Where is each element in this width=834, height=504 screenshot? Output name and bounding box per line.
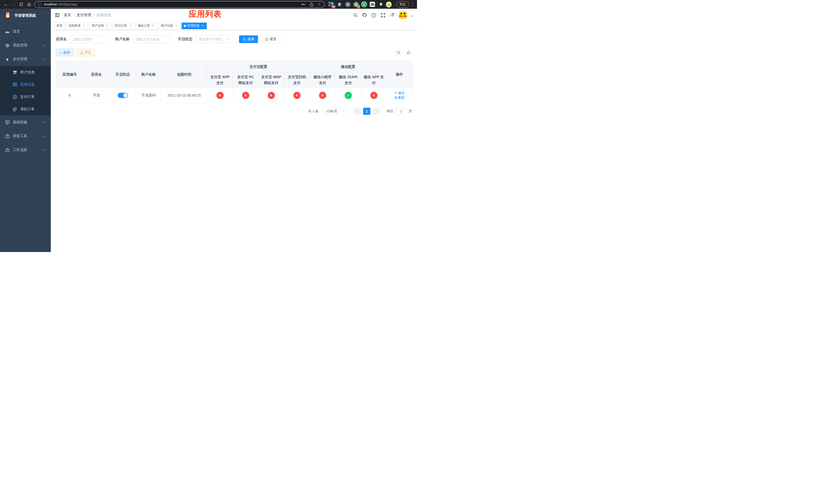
browser-forward-icon[interactable]: → xyxy=(10,1,17,8)
search-button[interactable]: 搜索 xyxy=(239,36,258,43)
edit-pencil-icon: ✎ xyxy=(394,91,397,95)
extension-tabs-icon[interactable]: 10 xyxy=(329,2,334,7)
search-icon xyxy=(243,38,246,41)
tag-merchant-info[interactable]: 商户信息× xyxy=(158,23,180,29)
close-icon[interactable]: × xyxy=(128,24,132,28)
sidebar-item-label: 系统管理 xyxy=(13,43,27,48)
browser-reload-icon[interactable] xyxy=(18,1,25,8)
yen-circle-icon: ¥ xyxy=(13,95,17,99)
sidebar-item-merchant-info[interactable]: 商户信息 xyxy=(0,66,51,78)
close-icon[interactable]: × xyxy=(82,24,86,28)
add-button[interactable]: + 新增 xyxy=(56,49,73,56)
page-size-select[interactable]: 10条/页 xyxy=(323,108,347,115)
tag-home[interactable]: 首页 xyxy=(54,23,65,29)
toggle-search-button[interactable] xyxy=(395,49,402,56)
extension-badge: 10 xyxy=(331,5,335,8)
goto-label: 前往 xyxy=(387,109,393,114)
app-name-input[interactable] xyxy=(70,36,107,43)
plus-icon: + xyxy=(60,50,62,54)
gear-icon xyxy=(5,43,9,48)
pagination-total: 共 1 条 xyxy=(308,109,319,114)
avatar-caret-icon[interactable] xyxy=(411,16,413,17)
header-search-icon[interactable] xyxy=(353,13,358,18)
extension-recorder-icon[interactable]: 1 xyxy=(353,2,359,7)
reset-button[interactable]: 重置 xyxy=(261,36,280,43)
sidebar-item-label: 商户信息 xyxy=(20,70,35,75)
breadcrumb-home[interactable]: 首页 xyxy=(64,13,71,18)
fullscreen-icon[interactable] xyxy=(380,13,386,18)
goto-page-input[interactable] xyxy=(396,108,406,115)
status-fail-icon: × xyxy=(319,92,326,99)
status-select[interactable]: 请选择开启状态 xyxy=(195,36,232,43)
col-group-wechat: 微信配置 xyxy=(310,61,387,72)
tag-app-info-active[interactable]: 应用信息× xyxy=(181,23,207,29)
browser-back-icon[interactable]: ← xyxy=(3,1,9,8)
close-icon[interactable]: × xyxy=(174,24,178,28)
yen-icon: ¥ xyxy=(5,57,9,62)
bookmark-star-icon[interactable]: ☆ xyxy=(317,2,321,7)
tag-process-form[interactable]: 流程表单× xyxy=(66,23,88,29)
sidebar-item-payment[interactable]: ¥ 支付管理 xyxy=(0,52,51,66)
chevron-down-icon xyxy=(343,111,345,112)
cell-app-name: 芋道 xyxy=(83,88,110,103)
status-toggle-on[interactable] xyxy=(118,93,128,98)
sidebar-item-home[interactable]: 首页 xyxy=(0,25,51,39)
export-button[interactable]: 导出 xyxy=(76,49,95,56)
extension-y-icon[interactable]: y xyxy=(361,2,367,7)
sidebar-item-dev-tools[interactable]: 研发工具 xyxy=(0,129,51,143)
browser-home-icon[interactable] xyxy=(26,1,32,8)
page-number-1[interactable]: 1 xyxy=(363,108,370,115)
extension-command-icon[interactable]: ⌘ xyxy=(345,2,351,7)
status-fail-icon: × xyxy=(293,92,301,99)
next-page-button[interactable]: › xyxy=(373,108,380,115)
sidebar-item-label: 支付订单 xyxy=(20,95,35,99)
cell-app-id: 6 xyxy=(56,88,83,103)
github-icon[interactable] xyxy=(362,13,367,18)
sidebar-item-refund-order[interactable]: 退款订单 xyxy=(0,103,51,115)
status-success-icon: ✓ xyxy=(345,92,352,99)
chrome-update-button[interactable]: 更新 xyxy=(396,1,409,8)
extension-balloon-icon[interactable] xyxy=(337,2,343,7)
sidebar-item-label: 研发工具 xyxy=(13,134,27,138)
tag-refund-order[interactable]: 退款订单× xyxy=(135,23,157,29)
edit-link[interactable]: ✎修改 xyxy=(394,91,405,95)
help-icon[interactable]: ? xyxy=(371,13,376,18)
extension-dot-badge: 1 xyxy=(357,5,360,8)
delete-link[interactable]: 删除 xyxy=(394,95,405,100)
user-avatar-pikachu[interactable] xyxy=(399,11,407,19)
password-key-icon[interactable] xyxy=(301,2,306,7)
tag-pay-order[interactable]: 支付订单× xyxy=(112,23,134,29)
page-unit-label: 页 xyxy=(409,109,412,114)
sidebar-item-infrastructure[interactable]: 基础设施 xyxy=(0,115,51,129)
sidebar-item-pay-order[interactable]: ¥ 支付订单 xyxy=(0,91,51,103)
breadcrumb-payment[interactable]: 支付管理 xyxy=(77,13,91,18)
profile-avatar-emoji[interactable] xyxy=(386,2,392,7)
close-icon[interactable]: × xyxy=(105,24,109,28)
sidebar-item-system[interactable]: 系统管理 xyxy=(0,39,51,52)
tag-user-group[interactable]: 用户分组× xyxy=(89,23,111,29)
extensions-puzzle-icon[interactable] xyxy=(378,2,383,7)
close-icon[interactable]: × xyxy=(151,24,155,28)
chrome-menu-kebab-icon[interactable]: ⋮ xyxy=(411,2,414,7)
font-size-icon[interactable]: TT xyxy=(390,13,395,18)
sidebar-collapse-icon[interactable] xyxy=(54,13,60,18)
site-info-icon[interactable]: i xyxy=(38,3,42,6)
chevron-down-icon xyxy=(227,39,230,40)
url-bar[interactable]: i localhost:1024/pay/app ☆ xyxy=(35,1,324,8)
prev-page-button[interactable]: ‹ xyxy=(353,108,360,115)
merchant-name-input[interactable] xyxy=(133,36,170,43)
store-icon xyxy=(13,70,17,75)
sidebar-item-workflow[interactable]: 工作流程 xyxy=(0,143,51,157)
share-icon[interactable] xyxy=(310,2,314,7)
monitor-chart-icon xyxy=(5,120,9,124)
app-logo-row[interactable]: 芋道管理系统 xyxy=(0,9,51,23)
col-alipay-app: 支付宝 APP 支付 xyxy=(207,72,233,88)
dashboard-icon xyxy=(5,29,9,34)
refresh-table-button[interactable] xyxy=(405,49,412,56)
close-icon[interactable]: × xyxy=(201,24,204,28)
table-toolbar: + 新增 导出 xyxy=(56,49,412,56)
chevron-down-icon xyxy=(43,135,46,137)
sidebar-item-app-info[interactable]: 应用信息 xyxy=(0,78,51,91)
extension-chat-icon[interactable] xyxy=(370,2,375,7)
col-alipay-wap: 支付宝 WAP 网站支付 xyxy=(259,72,284,88)
